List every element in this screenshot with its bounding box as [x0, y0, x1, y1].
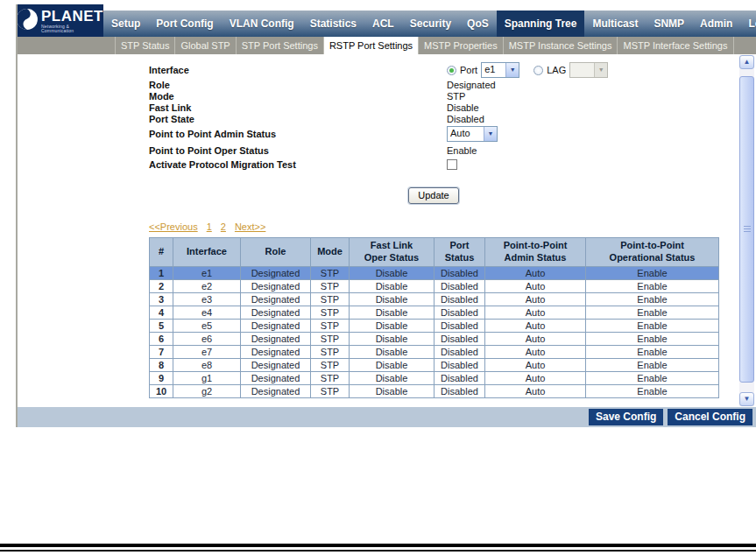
cell-port-status: Disabled	[435, 371, 485, 384]
cell-fast-link: Disable	[350, 371, 435, 384]
column-header: Port Status	[435, 238, 485, 267]
cell-admin-status: Auto	[485, 319, 586, 332]
menu-item-multicast[interactable]: Multicast	[584, 11, 646, 37]
save-config-button[interactable]: Save Config	[589, 409, 663, 425]
lag-radio[interactable]	[533, 66, 543, 75]
tab-stp-status[interactable]: STP Status	[115, 37, 174, 54]
lag-radio-label: LAG	[547, 65, 566, 75]
tab-stp-port-settings[interactable]: STP Port Settings	[236, 37, 323, 54]
cell-interface: g2	[173, 384, 241, 397]
menu-item-logout[interactable]: LogOut	[740, 11, 756, 37]
cell-mode: STP	[311, 279, 350, 292]
menu-item-statistics[interactable]: Statistics	[302, 11, 364, 37]
cell-fast-link: Disable	[350, 345, 435, 358]
cell-admin-status: Auto	[485, 371, 586, 384]
cell-interface: e1	[173, 266, 241, 279]
column-header: Role	[241, 238, 311, 267]
vertical-scrollbar[interactable]: ▲ ▼	[739, 55, 754, 406]
fast-link-value: Disable	[447, 102, 479, 113]
tab-mstp-interface-settings[interactable]: MSTP Interface Settings	[617, 37, 733, 54]
tab-global-stp[interactable]: Global STP	[174, 37, 235, 54]
table-row[interactable]: 5e5DesignatedSTPDisableDisabledAutoEnabl…	[150, 319, 719, 332]
table-row[interactable]: 4e4DesignatedSTPDisableDisabledAutoEnabl…	[150, 306, 719, 319]
menu-item-setup[interactable]: Setup	[103, 11, 148, 37]
previous-link[interactable]: <<Previous	[149, 221, 198, 232]
interface-label: Interface	[149, 65, 447, 75]
p2p-admin-select[interactable]: Auto ▼	[447, 126, 498, 142]
scroll-down-icon[interactable]: ▼	[739, 392, 754, 406]
migration-checkbox[interactable]	[447, 159, 457, 170]
port-radio[interactable]	[447, 66, 456, 75]
form-row-interface: Interface Port e1 ▼ LAG ▼	[149, 61, 756, 79]
column-header: Point-to-Point Operational Status	[586, 238, 719, 267]
cell-mode: STP	[311, 266, 350, 279]
brand-logo: PLANET Networking & Communication	[16, 4, 103, 37]
form-row-p2p-oper: Point to Point Oper Status Enable	[149, 144, 756, 157]
table-row[interactable]: 10g2DesignatedSTPDisableDisabledAutoEnab…	[150, 384, 719, 397]
menu-item-port-config[interactable]: Port Config	[148, 11, 221, 37]
port-select[interactable]: e1 ▼	[481, 62, 519, 78]
table-row[interactable]: 3e3DesignatedSTPDisableDisabledAutoEnabl…	[150, 292, 719, 306]
menu-item-vlan-config[interactable]: VLAN Config	[222, 11, 302, 37]
cell-port-status: Disabled	[435, 332, 485, 345]
cell-interface: e8	[173, 358, 241, 371]
cell-port-status: Disabled	[435, 384, 485, 397]
column-header: Mode	[311, 238, 350, 267]
tab-mstp-instance-settings[interactable]: MSTP Instance Settings	[503, 37, 618, 54]
next-link[interactable]: Next>>	[235, 221, 265, 232]
cell-num: 2	[150, 279, 173, 292]
menu-item-admin[interactable]: Admin	[692, 11, 740, 37]
cell-num: 1	[150, 266, 173, 279]
cell-mode: STP	[311, 306, 350, 319]
page-left-border	[16, 4, 18, 427]
table-row[interactable]: 1e1DesignatedSTPDisableDisabledAutoEnabl…	[150, 266, 719, 279]
cell-mode: STP	[311, 384, 350, 397]
tab-rstp-port-settings[interactable]: RSTP Port Settings	[323, 37, 418, 54]
cancel-config-button[interactable]: Cancel Config	[668, 409, 752, 425]
p2p-oper-label: Point to Point Oper Status	[149, 145, 447, 156]
cell-role: Designated	[241, 266, 311, 279]
cell-fast-link: Disable	[350, 266, 435, 279]
pagination-pages: 12	[207, 221, 235, 232]
tab-mstp-properties[interactable]: MSTP Properties	[418, 37, 503, 54]
lag-select: ▼	[569, 62, 608, 78]
page-link-1[interactable]: 1	[207, 221, 212, 232]
form-row-role: Role Designated	[149, 79, 756, 90]
cell-role: Designated	[241, 306, 311, 319]
p2p-oper-value: Enable	[447, 145, 477, 156]
table-row[interactable]: 8e8DesignatedSTPDisableDisabledAutoEnabl…	[150, 358, 719, 371]
menu-item-qos[interactable]: QoS	[459, 11, 497, 37]
menu-item-snmp[interactable]: SNMP	[646, 11, 692, 37]
cell-interface: e4	[173, 306, 241, 319]
cell-oper-status: Enable	[586, 332, 719, 345]
menu-item-acl[interactable]: ACL	[364, 11, 402, 37]
port-table: #InterfaceRoleModeFast Link Oper StatusP…	[149, 237, 719, 398]
menu-item-security[interactable]: Security	[402, 11, 459, 37]
pagination: <<Previous12Next>>	[149, 221, 756, 232]
scroll-up-icon[interactable]: ▲	[739, 55, 754, 69]
menu-item-spanning-tree[interactable]: Spanning Tree	[497, 11, 585, 37]
cell-role: Designated	[241, 319, 311, 332]
page-link-2[interactable]: 2	[221, 221, 226, 232]
table-row[interactable]: 2e2DesignatedSTPDisableDisabledAutoEnabl…	[150, 279, 719, 292]
cell-oper-status: Enable	[586, 345, 719, 358]
table-row[interactable]: 9g1DesignatedSTPDisableDisabledAutoEnabl…	[150, 371, 719, 384]
cell-interface: e7	[173, 345, 241, 358]
cell-oper-status: Enable	[586, 384, 719, 397]
role-label: Role	[149, 80, 447, 90]
table-row[interactable]: 7e7DesignatedSTPDisableDisabledAutoEnabl…	[150, 345, 719, 358]
column-header: #	[150, 238, 173, 267]
settings-form: Interface Port e1 ▼ LAG ▼	[149, 54, 756, 172]
planet-globe-icon	[16, 8, 39, 34]
footer-bar: Save Config Cancel Config	[16, 407, 756, 427]
table-body: 1e1DesignatedSTPDisableDisabledAutoEnabl…	[150, 266, 719, 397]
table-row[interactable]: 6e6DesignatedSTPDisableDisabledAutoEnabl…	[150, 332, 719, 345]
cell-role: Designated	[241, 345, 311, 358]
update-button[interactable]: Update	[408, 187, 458, 204]
scrollbar-thumb[interactable]	[739, 76, 754, 383]
cell-port-status: Disabled	[435, 319, 485, 332]
port-radio-label: Port	[460, 65, 477, 75]
chevron-down-icon: ▼	[505, 63, 519, 77]
menu-bar: SetupPort ConfigVLAN ConfigStatisticsACL…	[103, 11, 756, 37]
cell-admin-status: Auto	[485, 292, 586, 306]
